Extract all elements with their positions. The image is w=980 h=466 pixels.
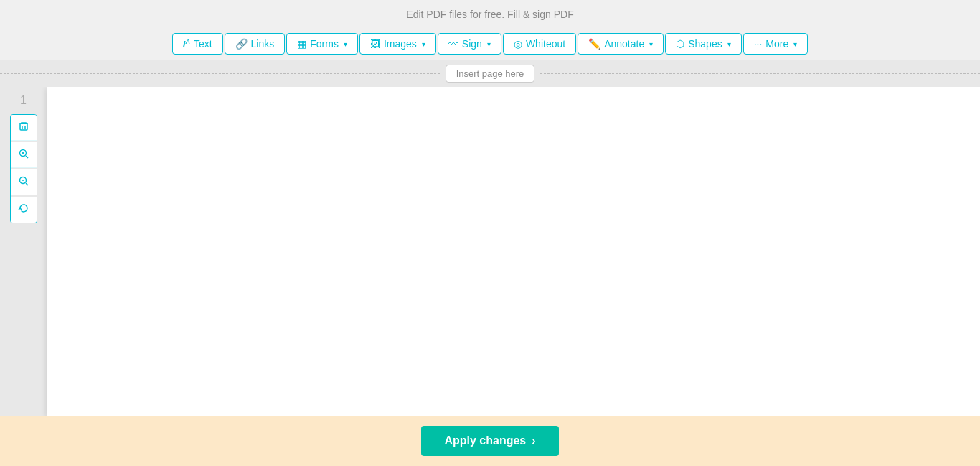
rotate-button[interactable] bbox=[11, 197, 37, 223]
toolbar-btn-annotate[interactable]: ✏️ Annotate ▾ bbox=[578, 33, 664, 55]
zoom-in-icon bbox=[18, 148, 29, 162]
rotate-icon bbox=[18, 202, 29, 217]
left-sidebar: 1 bbox=[0, 87, 47, 416]
toolbar: IA Text 🔗 Links ▦ Forms ▾ 🖼 Images ▾ 〰 S… bbox=[0, 27, 980, 60]
toolbar-shapes-label: Shapes bbox=[688, 38, 722, 50]
toolbar-btn-sign[interactable]: 〰 Sign ▾ bbox=[438, 33, 501, 55]
zoom-out-button[interactable] bbox=[11, 169, 37, 195]
side-tools bbox=[10, 114, 37, 223]
svg-rect-0 bbox=[20, 124, 27, 130]
sign-icon: 〰 bbox=[448, 38, 458, 50]
dashed-line-left bbox=[0, 73, 440, 74]
whiteout-icon: ◎ bbox=[514, 38, 522, 50]
svg-line-4 bbox=[26, 156, 28, 158]
images-icon: 🖼 bbox=[370, 38, 380, 50]
svg-line-8 bbox=[26, 183, 28, 185]
annotate-icon: ✏️ bbox=[588, 38, 600, 50]
more-icon: ··· bbox=[754, 38, 763, 50]
toolbar-sign-label: Sign bbox=[462, 38, 482, 50]
forms-icon: ▦ bbox=[297, 38, 306, 50]
more-caret: ▾ bbox=[793, 40, 797, 48]
sign-caret: ▾ bbox=[487, 40, 491, 48]
delete-icon bbox=[18, 121, 29, 135]
dashed-line-right bbox=[540, 73, 980, 74]
toolbar-btn-more[interactable]: ··· More ▾ bbox=[743, 33, 809, 55]
toolbar-btn-text[interactable]: IA Text bbox=[172, 33, 223, 55]
apply-changes-label: Apply changes bbox=[444, 434, 526, 447]
delete-page-button[interactable] bbox=[11, 115, 37, 141]
toolbar-links-label: Links bbox=[251, 38, 275, 50]
insert-page-area: Insert page here bbox=[0, 60, 980, 87]
links-icon: 🔗 bbox=[235, 38, 248, 50]
pdf-canvas bbox=[47, 87, 980, 416]
main-area: 1 bbox=[0, 87, 980, 416]
text-icon: IA bbox=[183, 38, 190, 50]
toolbar-annotate-label: Annotate bbox=[604, 38, 644, 50]
toolbar-btn-links[interactable]: 🔗 Links bbox=[225, 33, 286, 55]
toolbar-btn-images[interactable]: 🖼 Images ▾ bbox=[359, 33, 436, 55]
zoom-in-button[interactable] bbox=[11, 142, 37, 168]
toolbar-more-label: More bbox=[765, 38, 788, 50]
toolbar-text-label: Text bbox=[194, 38, 212, 50]
toolbar-btn-forms[interactable]: ▦ Forms ▾ bbox=[286, 33, 358, 55]
shapes-icon: ⬡ bbox=[676, 38, 684, 50]
page-number: 1 bbox=[20, 94, 27, 107]
shapes-caret: ▾ bbox=[727, 40, 731, 48]
toolbar-btn-whiteout[interactable]: ◎ Whiteout bbox=[503, 33, 576, 55]
toolbar-images-label: Images bbox=[384, 38, 417, 50]
toolbar-whiteout-label: Whiteout bbox=[526, 38, 565, 50]
forms-caret: ▾ bbox=[344, 40, 347, 48]
toolbar-btn-shapes[interactable]: ⬡ Shapes ▾ bbox=[665, 33, 741, 55]
bottom-bar: Apply changes › bbox=[0, 416, 980, 466]
images-caret: ▾ bbox=[422, 40, 425, 48]
apply-changes-button[interactable]: Apply changes › bbox=[421, 426, 558, 456]
zoom-out-icon bbox=[18, 175, 29, 190]
insert-page-button[interactable]: Insert page here bbox=[446, 65, 535, 83]
page-subtitle: Edit PDF files for free. Fill & sign PDF bbox=[0, 0, 980, 27]
annotate-caret: ▾ bbox=[649, 40, 653, 48]
toolbar-forms-label: Forms bbox=[310, 38, 339, 50]
apply-changes-arrow: › bbox=[532, 434, 535, 447]
